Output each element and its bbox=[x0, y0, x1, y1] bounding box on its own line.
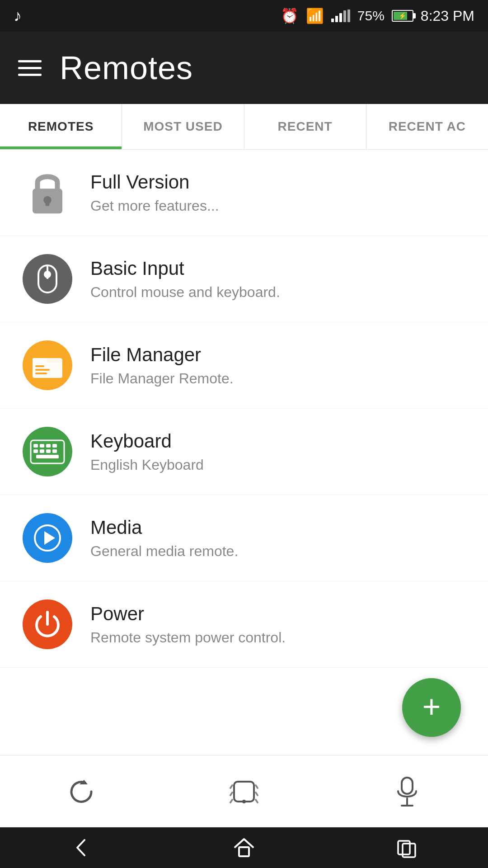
tab-recent-ac[interactable]: RECENT AC bbox=[366, 104, 488, 149]
keyboard-subtitle: English Keyboard bbox=[90, 457, 204, 473]
svg-line-29 bbox=[256, 785, 258, 788]
recents-button[interactable] bbox=[384, 832, 429, 863]
folder-icon bbox=[32, 352, 63, 379]
svg-line-30 bbox=[256, 793, 258, 795]
svg-rect-35 bbox=[239, 847, 249, 856]
file-manager-subtitle: File Manager Remote. bbox=[90, 370, 234, 387]
list-item-keyboard[interactable]: Keyboard English Keyboard bbox=[0, 409, 488, 495]
add-icon: + bbox=[422, 691, 441, 722]
power-icon bbox=[32, 609, 63, 640]
full-version-icon-wrapper bbox=[23, 168, 72, 217]
list-item-full-version[interactable]: Full Version Get more features... bbox=[0, 150, 488, 236]
basic-input-title: Basic Input bbox=[90, 258, 280, 279]
music-icon: ♪ bbox=[14, 6, 22, 25]
svg-marker-22 bbox=[44, 531, 55, 545]
status-right: ⏰ 📶 75% ⚡ 8:23 PM bbox=[281, 7, 474, 24]
svg-rect-10 bbox=[35, 373, 47, 374]
lock-icon bbox=[27, 168, 68, 217]
basic-input-subtitle: Control mouse and keyboard. bbox=[90, 284, 280, 301]
battery-charging-icon: ⚡ bbox=[399, 12, 406, 19]
svg-rect-18 bbox=[46, 449, 51, 453]
tab-remotes[interactable]: REMOTES bbox=[0, 104, 122, 149]
power-title: Power bbox=[90, 603, 286, 625]
battery-percent: 75% bbox=[357, 8, 385, 24]
svg-rect-8 bbox=[35, 365, 44, 367]
svg-point-5 bbox=[44, 271, 51, 278]
svg-rect-19 bbox=[52, 449, 57, 453]
list-item-file-manager[interactable]: File Manager File Manager Remote. bbox=[0, 322, 488, 409]
mic-button[interactable] bbox=[380, 764, 434, 819]
file-manager-title: File Manager bbox=[90, 344, 234, 366]
media-text: Media General media remote. bbox=[90, 517, 238, 560]
battery-icon: ⚡ bbox=[392, 10, 413, 22]
list-item-media[interactable]: Media General media remote. bbox=[0, 495, 488, 581]
nav-bar bbox=[0, 827, 488, 868]
svg-rect-15 bbox=[52, 444, 57, 448]
signal-bars bbox=[331, 9, 350, 22]
svg-rect-12 bbox=[33, 444, 38, 448]
vibrate-phone-icon bbox=[226, 778, 262, 805]
power-icon-wrapper bbox=[23, 599, 72, 649]
back-button[interactable] bbox=[59, 832, 104, 863]
list-item-basic-input[interactable]: Basic Input Control mouse and keyboard. bbox=[0, 236, 488, 322]
svg-line-26 bbox=[230, 800, 232, 802]
recents-icon bbox=[396, 837, 417, 858]
vibrate-button[interactable] bbox=[217, 764, 271, 819]
basic-input-icon-wrapper bbox=[23, 254, 72, 304]
svg-line-24 bbox=[230, 785, 232, 788]
svg-rect-7 bbox=[33, 358, 47, 363]
home-icon bbox=[233, 836, 255, 859]
svg-rect-16 bbox=[33, 449, 38, 453]
hamburger-menu-button[interactable] bbox=[18, 60, 42, 76]
media-play-icon bbox=[32, 522, 63, 554]
power-subtitle: Remote system power control. bbox=[90, 629, 286, 646]
svg-rect-32 bbox=[402, 778, 413, 794]
svg-rect-20 bbox=[36, 455, 59, 458]
add-remote-fab[interactable]: + bbox=[402, 678, 461, 737]
svg-rect-2 bbox=[46, 200, 50, 206]
back-arrow-icon bbox=[71, 837, 92, 858]
refresh-button[interactable] bbox=[54, 764, 108, 819]
svg-point-28 bbox=[242, 800, 246, 803]
power-text: Power Remote system power control. bbox=[90, 603, 286, 646]
svg-rect-17 bbox=[40, 449, 44, 453]
keyboard-text: Keyboard English Keyboard bbox=[90, 430, 204, 473]
mouse-icon bbox=[34, 261, 61, 297]
home-button[interactable] bbox=[221, 832, 267, 863]
media-icon-wrapper bbox=[23, 513, 72, 563]
svg-line-25 bbox=[230, 793, 232, 795]
file-manager-text: File Manager File Manager Remote. bbox=[90, 344, 234, 387]
status-time: 8:23 PM bbox=[421, 8, 474, 24]
svg-rect-13 bbox=[40, 444, 44, 448]
keyboard-title: Keyboard bbox=[90, 430, 204, 452]
app-header: Remotes bbox=[0, 32, 488, 104]
remotes-list: Full Version Get more features... Basic … bbox=[0, 150, 488, 668]
svg-rect-9 bbox=[35, 369, 50, 371]
full-version-subtitle: Get more features... bbox=[90, 198, 219, 214]
tab-most-used[interactable]: MOST USED bbox=[122, 104, 244, 149]
full-version-title: Full Version bbox=[90, 171, 219, 193]
status-bar: ♪ ⏰ 📶 75% ⚡ 8:23 PM bbox=[0, 0, 488, 32]
file-manager-icon-wrapper bbox=[23, 340, 72, 390]
tab-recent[interactable]: RECENT bbox=[244, 104, 366, 149]
media-title: Media bbox=[90, 517, 238, 538]
keyboard-icon bbox=[30, 439, 65, 464]
media-subtitle: General media remote. bbox=[90, 543, 238, 560]
svg-rect-27 bbox=[234, 782, 254, 802]
full-version-text: Full Version Get more features... bbox=[90, 171, 219, 214]
refresh-icon bbox=[68, 778, 95, 805]
alarm-icon: ⏰ bbox=[281, 7, 299, 24]
wifi-icon: 📶 bbox=[306, 7, 324, 24]
status-left: ♪ bbox=[14, 6, 22, 25]
tabs-bar: REMOTES MOST USED RECENT RECENT AC bbox=[0, 104, 488, 150]
main-content: Full Version Get more features... Basic … bbox=[0, 150, 488, 755]
basic-input-text: Basic Input Control mouse and keyboard. bbox=[90, 258, 280, 301]
list-item-power[interactable]: Power Remote system power control. bbox=[0, 581, 488, 668]
keyboard-icon-wrapper bbox=[23, 427, 72, 476]
svg-rect-14 bbox=[46, 444, 51, 448]
page-title: Remotes bbox=[60, 49, 193, 86]
microphone-icon bbox=[394, 776, 419, 807]
bottom-toolbar bbox=[0, 755, 488, 827]
svg-line-31 bbox=[256, 800, 258, 802]
